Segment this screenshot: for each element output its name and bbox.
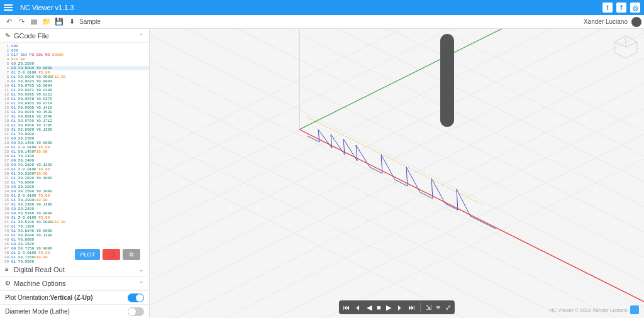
svg-line-26	[626, 42, 637, 47]
gcode-line[interactable]: G1 Y0.0000	[10, 238, 149, 242]
gcode-line[interactable]: G1 X0.0000 Y0.1300	[10, 128, 149, 132]
list-icon: ≡	[5, 266, 14, 273]
view-cube[interactable]	[613, 34, 639, 60]
gcode-line[interactable]: G1 X0.0666 Y0.1795	[10, 123, 149, 128]
gcode-line[interactable]: G0 Z0.2500	[10, 207, 149, 211]
svg-line-19	[150, 29, 644, 293]
facebook-icon[interactable]: f	[616, 3, 626, 13]
instagram-icon[interactable]: ◎	[630, 3, 640, 13]
orientation-label: Plot Orientation:	[5, 294, 50, 301]
svg-line-10	[150, 29, 590, 280]
skip-end-button[interactable]: ⏭	[408, 304, 415, 311]
gcode-line[interactable]: G1 X0.0935 Y0.0161	[10, 92, 149, 97]
gcode-line[interactable]: G1 X0.0790 Y0.1712	[10, 119, 149, 123]
gcode-line[interactable]: G90	[10, 44, 149, 48]
step-back-button[interactable]: ⏴	[355, 304, 362, 311]
measure-button[interactable]: ⇲	[426, 304, 431, 312]
app-title: NC Viewer v1.1.3	[20, 4, 74, 11]
svg-line-9	[150, 29, 615, 293]
gear-icon: ⚙	[5, 280, 14, 287]
gcode-line[interactable]: G0 Z0.2500	[10, 62, 149, 66]
stop-button[interactable]: ■	[377, 304, 381, 311]
chevron-down-icon: ⌄	[139, 266, 144, 273]
gcode-line[interactable]: G20	[10, 48, 149, 53]
gcode-line[interactable]: G1 X0.2600 Y0.1000	[10, 176, 149, 180]
svg-line-25	[614, 42, 626, 47]
svg-line-5	[150, 60, 644, 318]
avatar[interactable]	[631, 17, 641, 27]
open-folder-button[interactable]: 📁	[40, 16, 53, 28]
settings-button[interactable]: ⚙	[123, 249, 140, 260]
gcode-line[interactable]: G0 X0.5349 Y0.0000	[10, 211, 149, 216]
gcode-line[interactable]: G0 Z0.2500	[10, 136, 149, 141]
svg-line-21	[175, 29, 644, 268]
gcode-line[interactable]: G1 Y0.1300	[10, 224, 149, 229]
option-orientation: Plot Orientation: Vertical (Z-Up)	[0, 290, 149, 304]
gcode-line[interactable]: G0 X0.1450 Y0.0000	[10, 141, 149, 145]
undo-button[interactable]: ↶	[3, 16, 15, 28]
gcode-line[interactable]: G1 X0.0000 Y0.1415	[10, 106, 149, 110]
user-name[interactable]: Xander Luciano	[584, 18, 628, 25]
gcode-line[interactable]: G1 X0.0010 Y0.1546	[10, 114, 149, 119]
plot-button[interactable]: PLOT	[75, 249, 100, 260]
cancel-button[interactable]: 🚫	[103, 249, 120, 260]
playback-bar: ⏮ ⏴ ◀ ■ ▶ ⏵ ⏭ ⇲ ≡ ⤢	[339, 300, 455, 314]
viewport-3d[interactable]: ⏮ ⏴ ◀ ■ ▶ ⏵ ⏭ ⇲ ≡ ⤢ NC Viewer © 2018 Xan…	[150, 29, 644, 318]
play-back-button[interactable]: ◀	[367, 304, 372, 312]
gcode-line[interactable]: G1 X0.0871 Y0.0106	[10, 88, 149, 92]
svg-line-20	[150, 29, 644, 280]
gcode-line[interactable]: G1 X0.6640 Y0.0000	[10, 229, 149, 233]
chevron-up-icon: ⌃	[139, 33, 144, 39]
copyright: NC Viewer © 2018 Xander Luciano	[550, 305, 640, 314]
gcode-line[interactable]: G0 Z0.2500	[10, 185, 149, 189]
gcode-editor[interactable]: 1234567891011121314151617181920212223242…	[0, 43, 149, 263]
gcode-line[interactable]: G1 X0.2300 Y0.1300	[10, 202, 149, 207]
gcode-line[interactable]: G1 X0.2000F10.00	[10, 198, 149, 202]
gcode-line[interactable]: G1 X0.6640 Y0.1300	[10, 233, 149, 238]
download-button[interactable]: ⬇	[65, 16, 78, 28]
gcode-line[interactable]: G0 X0.2500 Y0.1000	[10, 189, 149, 194]
redo-button[interactable]: ↷	[15, 16, 28, 28]
panel-machine-header[interactable]: ⚙ Machine Options ⌃	[0, 277, 149, 290]
diameter-switch[interactable]	[128, 307, 144, 316]
new-file-button[interactable]: ▤	[28, 16, 40, 28]
expand-button[interactable]: ⤢	[445, 304, 451, 312]
gcode-line[interactable]: G1 Z-0.0100 F5.00	[10, 194, 149, 198]
tool-cylinder	[440, 34, 454, 127]
gcode-line[interactable]: G1 X0.0000 Y0.0000F10.00	[10, 75, 149, 79]
menu-button[interactable]	[4, 4, 15, 11]
diameter-label: Diameter Mode (Lathe)	[5, 308, 70, 315]
gcode-line[interactable]: G1 Z-0.0100 F5.00	[10, 145, 149, 150]
gcode-line[interactable]: G1 X0.5349 Y0.0000F10.00	[10, 220, 149, 224]
panel-dro-title: Digital Read Out	[14, 266, 65, 273]
gcode-line[interactable]: G1 X0.0703 Y0.0034	[10, 84, 149, 88]
gcode-line[interactable]: G1 X0.0070 Y0.1530	[10, 110, 149, 114]
gcode-line[interactable]: G1 X0.0978 Y0.0270	[10, 97, 149, 101]
align-button[interactable]: ≡	[436, 304, 440, 311]
skip-start-button[interactable]: ⏮	[343, 304, 350, 311]
svg-line-8	[150, 29, 640, 305]
panel-gcode-header[interactable]: ✎ GCode File ⌃	[0, 29, 149, 43]
orientation-switch[interactable]	[128, 293, 144, 302]
gcode-line[interactable]: G1 Z-0.0100 F5.00	[10, 167, 149, 172]
gcode-line[interactable]: F10.00	[10, 57, 149, 62]
gcode-line[interactable]: G0 X0.2600 Y0.1300	[10, 163, 149, 167]
gcode-line[interactable]: G17 G64 P0.001 M3 S3000	[10, 53, 149, 57]
gcode-line[interactable]: G1 X0.0863 Y0.0714	[10, 101, 149, 106]
play-button[interactable]: ▶	[386, 304, 391, 312]
twitter-icon[interactable]: t	[602, 3, 613, 13]
gcode-line[interactable]: G1 Y0.0000	[10, 180, 149, 185]
panel-dro-header[interactable]: ≡ Digital Read Out ⌄	[0, 263, 149, 277]
save-button[interactable]: 💾	[53, 16, 65, 28]
gcode-line[interactable]: G1 X0.1450F10.00	[10, 150, 149, 154]
gcode-line[interactable]: G1 Z-0.0100 F5.00	[10, 216, 149, 220]
gcode-line[interactable]: G1 Z-0.0100 F5.00	[10, 70, 149, 75]
gcode-line[interactable]: G0 Z0.2500	[10, 242, 149, 246]
gcode-line[interactable]: G1 Y0.2100	[10, 154, 149, 158]
gcode-line[interactable]: G1 X0.0633 Y0.0003	[10, 79, 149, 84]
gcode-line[interactable]: G1 X0.2600F10.00	[10, 172, 149, 176]
step-fwd-button[interactable]: ⏵	[396, 304, 403, 311]
gcode-line[interactable]: G0 X0.0000 Y0.0000	[10, 66, 149, 70]
gcode-line[interactable]: G1 Y0.0000	[10, 132, 149, 136]
gcode-line[interactable]: G0 Z0.2400	[10, 158, 149, 163]
